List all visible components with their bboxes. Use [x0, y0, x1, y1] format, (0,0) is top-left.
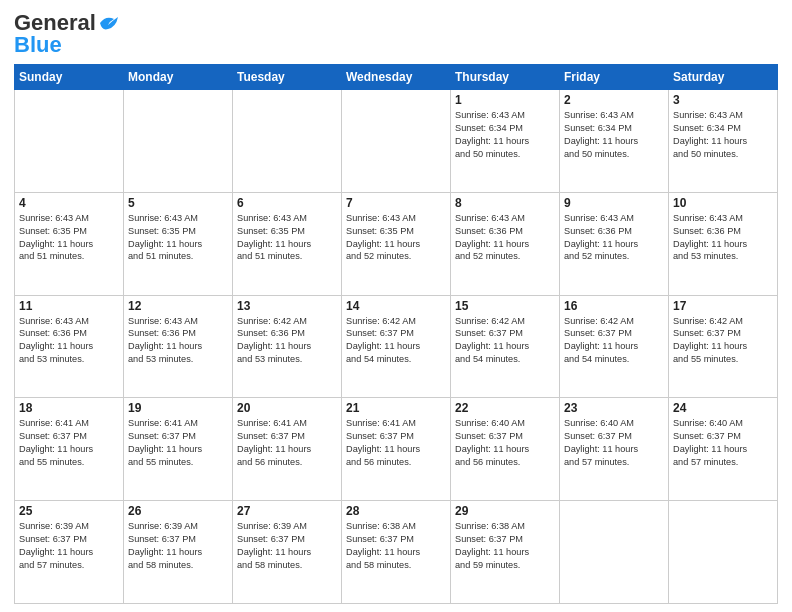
day-number: 7: [346, 196, 446, 210]
calendar-cell: 28Sunrise: 6:38 AM Sunset: 6:37 PM Dayli…: [342, 501, 451, 604]
day-info: Sunrise: 6:41 AM Sunset: 6:37 PM Dayligh…: [346, 417, 446, 469]
calendar-cell: 16Sunrise: 6:42 AM Sunset: 6:37 PM Dayli…: [560, 295, 669, 398]
day-info: Sunrise: 6:41 AM Sunset: 6:37 PM Dayligh…: [19, 417, 119, 469]
calendar-cell: 3Sunrise: 6:43 AM Sunset: 6:34 PM Daylig…: [669, 90, 778, 193]
calendar-cell: 23Sunrise: 6:40 AM Sunset: 6:37 PM Dayli…: [560, 398, 669, 501]
day-info: Sunrise: 6:43 AM Sunset: 6:34 PM Dayligh…: [455, 109, 555, 161]
calendar-header-thursday: Thursday: [451, 65, 560, 90]
day-number: 6: [237, 196, 337, 210]
calendar-cell: 18Sunrise: 6:41 AM Sunset: 6:37 PM Dayli…: [15, 398, 124, 501]
calendar-cell: 14Sunrise: 6:42 AM Sunset: 6:37 PM Dayli…: [342, 295, 451, 398]
day-info: Sunrise: 6:42 AM Sunset: 6:37 PM Dayligh…: [564, 315, 664, 367]
calendar-header-sunday: Sunday: [15, 65, 124, 90]
calendar-cell: 6Sunrise: 6:43 AM Sunset: 6:35 PM Daylig…: [233, 192, 342, 295]
calendar-header-wednesday: Wednesday: [342, 65, 451, 90]
day-number: 9: [564, 196, 664, 210]
calendar-cell: 4Sunrise: 6:43 AM Sunset: 6:35 PM Daylig…: [15, 192, 124, 295]
day-number: 27: [237, 504, 337, 518]
day-info: Sunrise: 6:40 AM Sunset: 6:37 PM Dayligh…: [455, 417, 555, 469]
day-number: 8: [455, 196, 555, 210]
logo-blue-text: Blue: [14, 32, 62, 58]
day-number: 2: [564, 93, 664, 107]
calendar-cell: 7Sunrise: 6:43 AM Sunset: 6:35 PM Daylig…: [342, 192, 451, 295]
calendar-cell: 10Sunrise: 6:43 AM Sunset: 6:36 PM Dayli…: [669, 192, 778, 295]
day-number: 29: [455, 504, 555, 518]
calendar-header-tuesday: Tuesday: [233, 65, 342, 90]
day-number: 21: [346, 401, 446, 415]
day-info: Sunrise: 6:42 AM Sunset: 6:37 PM Dayligh…: [673, 315, 773, 367]
calendar-cell: 24Sunrise: 6:40 AM Sunset: 6:37 PM Dayli…: [669, 398, 778, 501]
calendar-cell: [560, 501, 669, 604]
calendar-cell: 9Sunrise: 6:43 AM Sunset: 6:36 PM Daylig…: [560, 192, 669, 295]
calendar-header-monday: Monday: [124, 65, 233, 90]
calendar-cell: 8Sunrise: 6:43 AM Sunset: 6:36 PM Daylig…: [451, 192, 560, 295]
day-number: 24: [673, 401, 773, 415]
day-info: Sunrise: 6:39 AM Sunset: 6:37 PM Dayligh…: [19, 520, 119, 572]
day-number: 5: [128, 196, 228, 210]
calendar-week-row-2: 11Sunrise: 6:43 AM Sunset: 6:36 PM Dayli…: [15, 295, 778, 398]
day-number: 19: [128, 401, 228, 415]
day-number: 3: [673, 93, 773, 107]
day-number: 13: [237, 299, 337, 313]
day-number: 14: [346, 299, 446, 313]
calendar-cell: [233, 90, 342, 193]
day-number: 16: [564, 299, 664, 313]
calendar-cell: 27Sunrise: 6:39 AM Sunset: 6:37 PM Dayli…: [233, 501, 342, 604]
day-number: 28: [346, 504, 446, 518]
calendar-cell: 22Sunrise: 6:40 AM Sunset: 6:37 PM Dayli…: [451, 398, 560, 501]
calendar-cell: 21Sunrise: 6:41 AM Sunset: 6:37 PM Dayli…: [342, 398, 451, 501]
calendar-table: SundayMondayTuesdayWednesdayThursdayFrid…: [14, 64, 778, 604]
day-info: Sunrise: 6:43 AM Sunset: 6:36 PM Dayligh…: [673, 212, 773, 264]
calendar-cell: 20Sunrise: 6:41 AM Sunset: 6:37 PM Dayli…: [233, 398, 342, 501]
day-number: 22: [455, 401, 555, 415]
calendar-cell: [15, 90, 124, 193]
day-info: Sunrise: 6:38 AM Sunset: 6:37 PM Dayligh…: [346, 520, 446, 572]
day-info: Sunrise: 6:41 AM Sunset: 6:37 PM Dayligh…: [237, 417, 337, 469]
calendar-cell: [669, 501, 778, 604]
calendar-week-row-4: 25Sunrise: 6:39 AM Sunset: 6:37 PM Dayli…: [15, 501, 778, 604]
day-number: 1: [455, 93, 555, 107]
day-info: Sunrise: 6:38 AM Sunset: 6:37 PM Dayligh…: [455, 520, 555, 572]
day-info: Sunrise: 6:43 AM Sunset: 6:35 PM Dayligh…: [128, 212, 228, 264]
calendar-header-friday: Friday: [560, 65, 669, 90]
page: General Blue SundayMondayTuesdayWednesda…: [0, 0, 792, 612]
day-info: Sunrise: 6:39 AM Sunset: 6:37 PM Dayligh…: [128, 520, 228, 572]
day-number: 23: [564, 401, 664, 415]
calendar-cell: 19Sunrise: 6:41 AM Sunset: 6:37 PM Dayli…: [124, 398, 233, 501]
calendar-week-row-1: 4Sunrise: 6:43 AM Sunset: 6:35 PM Daylig…: [15, 192, 778, 295]
day-number: 20: [237, 401, 337, 415]
calendar-cell: 25Sunrise: 6:39 AM Sunset: 6:37 PM Dayli…: [15, 501, 124, 604]
calendar-header-row: SundayMondayTuesdayWednesdayThursdayFrid…: [15, 65, 778, 90]
day-number: 4: [19, 196, 119, 210]
day-info: Sunrise: 6:43 AM Sunset: 6:35 PM Dayligh…: [19, 212, 119, 264]
calendar-cell: 29Sunrise: 6:38 AM Sunset: 6:37 PM Dayli…: [451, 501, 560, 604]
day-number: 18: [19, 401, 119, 415]
day-info: Sunrise: 6:43 AM Sunset: 6:36 PM Dayligh…: [564, 212, 664, 264]
day-number: 26: [128, 504, 228, 518]
day-info: Sunrise: 6:42 AM Sunset: 6:37 PM Dayligh…: [455, 315, 555, 367]
day-number: 10: [673, 196, 773, 210]
day-info: Sunrise: 6:43 AM Sunset: 6:36 PM Dayligh…: [19, 315, 119, 367]
calendar-cell: 26Sunrise: 6:39 AM Sunset: 6:37 PM Dayli…: [124, 501, 233, 604]
day-info: Sunrise: 6:43 AM Sunset: 6:35 PM Dayligh…: [237, 212, 337, 264]
calendar-header-saturday: Saturday: [669, 65, 778, 90]
calendar-cell: 2Sunrise: 6:43 AM Sunset: 6:34 PM Daylig…: [560, 90, 669, 193]
calendar-cell: [124, 90, 233, 193]
day-info: Sunrise: 6:43 AM Sunset: 6:34 PM Dayligh…: [564, 109, 664, 161]
day-number: 12: [128, 299, 228, 313]
day-info: Sunrise: 6:43 AM Sunset: 6:34 PM Dayligh…: [673, 109, 773, 161]
day-number: 15: [455, 299, 555, 313]
calendar-week-row-0: 1Sunrise: 6:43 AM Sunset: 6:34 PM Daylig…: [15, 90, 778, 193]
day-info: Sunrise: 6:42 AM Sunset: 6:37 PM Dayligh…: [346, 315, 446, 367]
day-info: Sunrise: 6:40 AM Sunset: 6:37 PM Dayligh…: [564, 417, 664, 469]
day-info: Sunrise: 6:43 AM Sunset: 6:36 PM Dayligh…: [455, 212, 555, 264]
calendar-cell: 17Sunrise: 6:42 AM Sunset: 6:37 PM Dayli…: [669, 295, 778, 398]
day-info: Sunrise: 6:42 AM Sunset: 6:36 PM Dayligh…: [237, 315, 337, 367]
day-info: Sunrise: 6:43 AM Sunset: 6:35 PM Dayligh…: [346, 212, 446, 264]
calendar-cell: 12Sunrise: 6:43 AM Sunset: 6:36 PM Dayli…: [124, 295, 233, 398]
calendar-cell: 15Sunrise: 6:42 AM Sunset: 6:37 PM Dayli…: [451, 295, 560, 398]
logo: General Blue: [14, 10, 120, 58]
day-info: Sunrise: 6:39 AM Sunset: 6:37 PM Dayligh…: [237, 520, 337, 572]
day-number: 25: [19, 504, 119, 518]
calendar-cell: 1Sunrise: 6:43 AM Sunset: 6:34 PM Daylig…: [451, 90, 560, 193]
